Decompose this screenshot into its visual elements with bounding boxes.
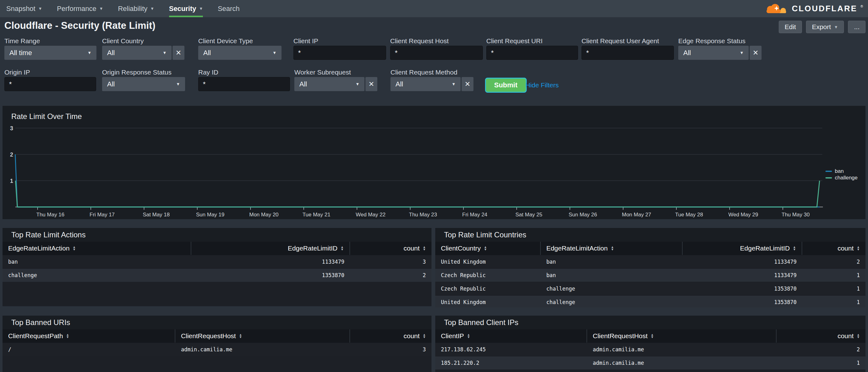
column-header-edgeratelimitaction[interactable]: EdgeRateLimitAction▲▼ <box>2 242 191 255</box>
sort-icon: ▲▼ <box>341 246 344 251</box>
x-axis-tick-label: Wed May 22 <box>356 212 385 218</box>
filter-input-origin-ip[interactable]: * <box>4 77 96 91</box>
column-header-clientrequesthost[interactable]: ClientRequestHost▲▼ <box>587 330 777 343</box>
column-header-count[interactable]: count▲▼ <box>350 242 432 255</box>
export-button[interactable]: Export ▼ <box>806 21 844 33</box>
input-value: * <box>586 49 589 57</box>
filter-select-client-request-method[interactable]: All▼ <box>391 77 461 91</box>
table-row[interactable]: ban11334793 <box>2 255 432 268</box>
filter-select-client-device-type[interactable]: All▼ <box>198 46 281 60</box>
select-value: All <box>203 49 211 57</box>
filter-input-ray-id[interactable]: * <box>198 77 290 91</box>
edit-button-label: Edit <box>785 23 796 31</box>
table-row[interactable]: /admin.camilia.me3 <box>2 343 432 356</box>
column-header-count[interactable]: count▲▼ <box>802 242 866 255</box>
x-axis-tick-label: Tue May 28 <box>675 212 703 218</box>
filter-input-client-request-user-agent[interactable]: * <box>582 46 674 60</box>
table-row[interactable]: United Kingdomchallenge13538701 <box>435 295 866 308</box>
hide-filters-link[interactable]: Hide Filters <box>525 82 559 89</box>
filter-label-client-request-user-agent: Client Request User Agent <box>582 37 659 45</box>
cell-edgeratelimitaction: challenge <box>541 282 683 295</box>
x-axis-tick-label: Sun May 19 <box>196 212 224 218</box>
cell-clientrequestpath: / <box>2 343 175 356</box>
edit-button[interactable]: Edit <box>779 21 802 33</box>
table-row[interactable]: United Kingdomban11334792 <box>435 255 866 268</box>
empty-table-area <box>2 282 432 306</box>
column-header-clientcountry[interactable]: ClientCountry▲▼ <box>435 242 541 255</box>
sort-icon: ▲▼ <box>239 334 242 339</box>
nav-item-security[interactable]: Security ▼ <box>169 0 203 17</box>
nav-item-search[interactable]: Search <box>218 0 240 17</box>
column-header-count[interactable]: count▲▼ <box>777 330 866 343</box>
column-header-count[interactable]: count▲▼ <box>350 330 432 343</box>
table-row[interactable]: Czech Republicchallenge13538701 <box>435 282 866 295</box>
table-row[interactable]: 185.21.220.2admin.camilia.me1 <box>435 356 866 370</box>
series-line-challenge <box>16 181 820 207</box>
nav-item-performance[interactable]: Performance ▼ <box>57 0 103 17</box>
x-axis-tick-label: Wed May 29 <box>728 212 758 218</box>
legend-item-ban[interactable]: ban <box>826 168 858 174</box>
cell-edgeratelimitaction: challenge <box>541 296 683 308</box>
filter-label-client-request-uri: Client Request URI <box>486 37 542 45</box>
legend-label: challenge <box>835 175 858 181</box>
top-rate-limit-actions-panel: Top Rate Limit ActionsEdgeRateLimitActio… <box>2 228 432 306</box>
more-actions-button[interactable]: ... <box>848 21 866 33</box>
table-row[interactable]: Czech Republicban11334791 <box>435 268 866 282</box>
cell-count: 3 <box>350 343 432 356</box>
column-header-edgeratelimitid[interactable]: EdgeRateLimitID▲▼ <box>683 242 802 255</box>
clear-filter-worker-subrequest-button[interactable]: ✕ <box>365 77 377 91</box>
filter-label-worker-subrequest: Worker Subrequest <box>294 69 351 76</box>
column-header-clientrequesthost[interactable]: ClientRequestHost▲▼ <box>175 330 350 343</box>
input-value: * <box>9 80 12 88</box>
nav-item-label: Reliability <box>118 5 148 13</box>
x-axis-tick-label: Mon May 27 <box>622 212 651 218</box>
filter-input-client-ip[interactable]: * <box>293 46 386 60</box>
filter-label-ray-id: Ray ID <box>198 69 218 76</box>
legend-label: ban <box>835 168 844 175</box>
cell-edgeratelimitaction: ban <box>541 255 683 268</box>
column-header-label: EdgeRateLimitAction <box>8 245 69 252</box>
top-nav: Snapshot ▼ Performance ▼ Reliability ▼ S… <box>0 0 868 17</box>
legend-item-challenge[interactable]: challenge <box>826 175 858 181</box>
cell-count: 1 <box>802 269 866 282</box>
cell-count: 2 <box>350 269 432 282</box>
x-axis-tick-label: Thu May 16 <box>36 212 64 218</box>
cell-clientip: 217.138.62.245 <box>435 343 587 356</box>
filter-select-time-range[interactable]: All time▼ <box>4 46 96 60</box>
input-value: * <box>203 80 206 88</box>
sort-icon: ▲▼ <box>651 334 654 339</box>
nav-item-snapshot[interactable]: Snapshot ▼ <box>6 0 42 17</box>
clear-filter-client-request-method-button[interactable]: ✕ <box>462 77 473 91</box>
submit-button[interactable]: Submit <box>485 78 527 93</box>
table-row[interactable]: challenge13538702 <box>2 268 432 282</box>
column-header-edgeratelimitid[interactable]: EdgeRateLimitID▲▼ <box>191 242 350 255</box>
cell-clientcountry: United Kingdom <box>435 255 541 268</box>
filter-select-worker-subrequest[interactable]: All▼ <box>294 77 365 91</box>
y-axis-tick-label: 3 <box>10 125 13 131</box>
column-header-edgeratelimitaction[interactable]: EdgeRateLimitAction▲▼ <box>541 242 683 255</box>
top-rate-limit-countries-header-row: ClientCountry▲▼EdgeRateLimitAction▲▼Edge… <box>435 242 866 255</box>
column-header-clientrequestpath[interactable]: ClientRequestPath▲▼ <box>2 330 175 343</box>
clear-filter-edge-response-status-button[interactable]: ✕ <box>750 46 762 60</box>
sort-icon: ▲▼ <box>467 334 470 339</box>
column-header-clientip[interactable]: ClientIP▲▼ <box>435 330 587 343</box>
filter-select-origin-response-status[interactable]: All▼ <box>102 77 185 91</box>
cell-count: 1 <box>777 356 866 370</box>
close-icon: ✕ <box>465 80 470 88</box>
cell-count: 2 <box>802 255 866 268</box>
cell-edgeratelimitid: 1133479 <box>191 255 350 268</box>
filter-select-client-country[interactable]: All▼ <box>102 46 172 60</box>
column-header-label: EdgeRateLimitAction <box>547 245 608 252</box>
filter-select-edge-response-status[interactable]: All▼ <box>678 46 749 60</box>
clear-filter-client-country-button[interactable]: ✕ <box>173 46 184 60</box>
top-rate-limit-actions-header-row: EdgeRateLimitAction▲▼EdgeRateLimitID▲▼co… <box>2 242 432 255</box>
table-row[interactable]: 217.138.62.245admin.camilia.me2 <box>435 343 866 356</box>
cell-count: 1 <box>802 296 866 308</box>
column-header-label: ClientRequestHost <box>593 332 648 340</box>
nav-item-reliability[interactable]: Reliability ▼ <box>118 0 154 17</box>
sort-icon: ▲▼ <box>857 334 860 339</box>
legend-swatch <box>826 177 832 179</box>
filter-input-client-request-uri[interactable]: * <box>486 46 578 60</box>
filter-input-client-request-host[interactable]: * <box>390 46 483 60</box>
cell-count: 2 <box>777 343 866 356</box>
